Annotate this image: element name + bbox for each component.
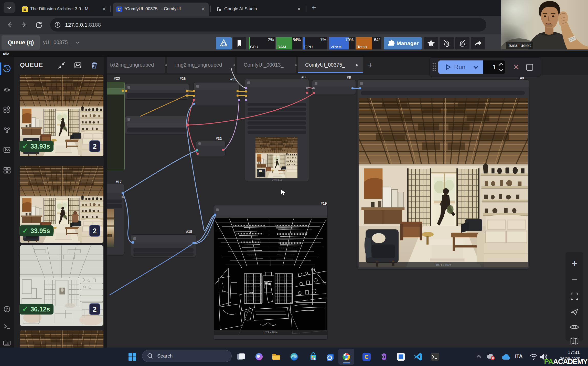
svg-text:C: C [365,354,369,360]
svg-text:i: i [57,23,58,27]
svg-text:?: ? [6,307,8,311]
